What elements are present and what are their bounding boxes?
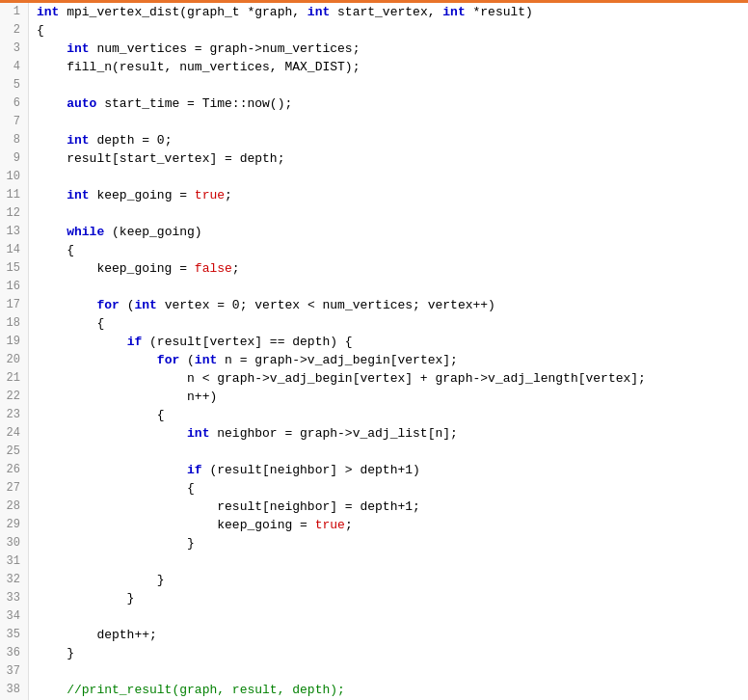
line-content: }: [29, 571, 748, 589]
line-number: 8: [0, 131, 29, 149]
code-line: 28 result[neighbor] = depth+1;: [0, 498, 748, 516]
code-line: 19 if (result[vertex] == depth) {: [0, 333, 748, 351]
code-line: 37: [0, 662, 748, 681]
line-content: {: [29, 241, 748, 259]
line-number: 13: [0, 223, 29, 241]
line-number: 7: [0, 113, 29, 131]
line-number: 5: [0, 76, 29, 94]
code-line: 17 for (int vertex = 0; vertex < num_ver…: [0, 296, 748, 314]
code-line: 23 {: [0, 406, 748, 424]
code-line: 4 fill_n(result, num_vertices, MAX_DIST)…: [0, 58, 748, 76]
code-line: 9 result[start_vertex] = depth;: [0, 149, 748, 168]
line-number: 15: [0, 259, 29, 278]
code-line: 36 }: [0, 644, 748, 662]
line-number: 17: [0, 296, 29, 314]
line-content: result[start_vertex] = depth;: [29, 149, 748, 168]
line-number: 27: [0, 479, 29, 498]
line-number: 16: [0, 278, 29, 296]
line-number: 25: [0, 443, 29, 461]
code-line: 31: [0, 552, 748, 571]
line-number: 36: [0, 644, 29, 662]
line-content: }: [29, 589, 748, 607]
line-number: 20: [0, 351, 29, 369]
line-number: 37: [0, 662, 29, 681]
line-number: 9: [0, 149, 29, 168]
line-content: {: [29, 406, 748, 424]
code-line: 32 }: [0, 571, 748, 589]
line-content: {: [29, 314, 748, 333]
line-number: 35: [0, 626, 29, 644]
line-content: }: [29, 534, 748, 552]
code-line: 8 int depth = 0;: [0, 131, 748, 149]
code-line: 34: [0, 607, 748, 626]
line-number: 24: [0, 424, 29, 443]
code-editor: 1int mpi_vertex_dist(graph_t *graph, int…: [0, 0, 748, 700]
code-line: 30 }: [0, 534, 748, 552]
line-content: for (int vertex = 0; vertex < num_vertic…: [29, 296, 748, 314]
line-content: {: [29, 21, 748, 40]
line-content: fill_n(result, num_vertices, MAX_DIST);: [29, 58, 748, 76]
line-content: n++): [29, 388, 748, 406]
line-number: 19: [0, 333, 29, 351]
line-number: 4: [0, 58, 29, 76]
code-line: 27 {: [0, 479, 748, 498]
line-number: 21: [0, 369, 29, 388]
line-content: if (result[vertex] == depth) {: [29, 333, 748, 351]
line-number: 11: [0, 186, 29, 204]
line-content: if (result[neighbor] > depth+1): [29, 461, 748, 479]
line-number: 30: [0, 534, 29, 552]
line-number: 6: [0, 94, 29, 113]
line-number: 31: [0, 552, 29, 571]
code-line: 7: [0, 113, 748, 131]
code-line: 12: [0, 204, 748, 223]
code-line: 25: [0, 443, 748, 461]
code-line: 10: [0, 168, 748, 186]
code-line: 14 {: [0, 241, 748, 259]
line-content: auto start_time = Time::now();: [29, 94, 748, 113]
line-number: 33: [0, 589, 29, 607]
code-line: 38 //print_result(graph, result, depth);: [0, 681, 748, 699]
line-content: int mpi_vertex_dist(graph_t *graph, int …: [29, 3, 748, 21]
line-number: 2: [0, 21, 29, 40]
line-content: for (int n = graph->v_adj_begin[vertex];: [29, 351, 748, 369]
line-number: 14: [0, 241, 29, 259]
line-content: depth++;: [29, 626, 748, 644]
line-content: int num_vertices = graph->num_vertices;: [29, 40, 748, 58]
line-content: {: [29, 479, 748, 498]
line-content: //print_result(graph, result, depth);: [29, 681, 748, 699]
code-line: 18 {: [0, 314, 748, 333]
code-line: 21 n < graph->v_adj_begin[vertex] + grap…: [0, 369, 748, 388]
code-line: 29 keep_going = true;: [0, 516, 748, 534]
line-number: 3: [0, 40, 29, 58]
code-line: 24 int neighbor = graph->v_adj_list[n];: [0, 424, 748, 443]
line-content: }: [29, 644, 748, 662]
line-content: n < graph->v_adj_begin[vertex] + graph->…: [29, 369, 748, 388]
code-line: 20 for (int n = graph->v_adj_begin[verte…: [0, 351, 748, 369]
code-line: 33 }: [0, 589, 748, 607]
code-line: 26 if (result[neighbor] > depth+1): [0, 461, 748, 479]
line-number: 29: [0, 516, 29, 534]
line-content: int neighbor = graph->v_adj_list[n];: [29, 424, 748, 443]
line-number: 22: [0, 388, 29, 406]
code-line: 2{: [0, 21, 748, 40]
line-number: 12: [0, 204, 29, 223]
code-line: 13 while (keep_going): [0, 223, 748, 241]
code-line: 6 auto start_time = Time::now();: [0, 94, 748, 113]
line-number: 28: [0, 498, 29, 516]
line-number: 26: [0, 461, 29, 479]
line-content: while (keep_going): [29, 223, 748, 241]
code-line: 15 keep_going = false;: [0, 259, 748, 278]
line-content: int depth = 0;: [29, 131, 748, 149]
line-number: 10: [0, 168, 29, 186]
line-number: 34: [0, 607, 29, 626]
code-line: 3 int num_vertices = graph->num_vertices…: [0, 40, 748, 58]
line-number: 38: [0, 681, 29, 699]
line-content: keep_going = false;: [29, 259, 748, 278]
line-number: 18: [0, 314, 29, 333]
line-content: result[neighbor] = depth+1;: [29, 498, 748, 516]
line-number: 1: [0, 3, 29, 21]
code-line: 22 n++): [0, 388, 748, 406]
code-line: 16: [0, 278, 748, 296]
line-number: 23: [0, 406, 29, 424]
code-line: 1int mpi_vertex_dist(graph_t *graph, int…: [0, 3, 748, 21]
